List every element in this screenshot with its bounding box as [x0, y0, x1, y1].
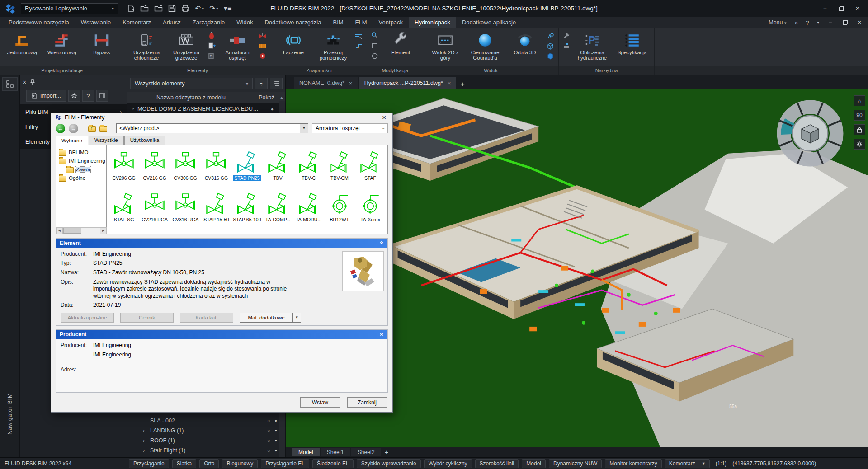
- collapse-ribbon-button[interactable]: [795, 19, 798, 27]
- restore-button[interactable]: [839, 6, 844, 11]
- navigator-rail-label[interactable]: Nawigator BIM: [7, 393, 13, 435]
- scrollbar-thumb[interactable]: [63, 228, 81, 234]
- status-toggle-button[interactable]: Wybór cykliczny: [424, 459, 472, 468]
- pin-icon[interactable]: [30, 79, 35, 85]
- wireframe-cube-button[interactable]: [546, 42, 555, 50]
- radiator-small-button[interactable]: [259, 42, 267, 50]
- element-filter-combo[interactable]: Wszystkie elementy ▾: [130, 78, 253, 89]
- import-file-button[interactable]: [154, 5, 163, 12]
- new-document-tab-button[interactable]: +: [457, 78, 468, 89]
- dialog-title-bar[interactable]: FLM - Elementy: [51, 113, 392, 122]
- insert-button[interactable]: Wstaw: [300, 397, 340, 408]
- additional-materials-button[interactable]: Mat. dodatkowe: [240, 313, 293, 323]
- model-tree-row[interactable]: › ROOF (1) ○ ●: [127, 436, 285, 446]
- back-button[interactable]: ←: [56, 124, 65, 133]
- tree-item-belimo[interactable]: BELIMO: [59, 148, 106, 156]
- orbit-3d-button[interactable]: Orbita 3D: [506, 31, 543, 55]
- product-item[interactable]: STAF: [355, 149, 386, 190]
- tree-horizontal-scrollbar[interactable]: ◄ ►: [56, 227, 107, 234]
- chevron-right-icon[interactable]: ›: [143, 437, 150, 444]
- status-toggle-button[interactable]: Szybkie wprowadzanie: [357, 459, 421, 468]
- status-toggle-button[interactable]: Śledzenie EL: [312, 459, 354, 468]
- sheet-tab[interactable]: Sheet1: [321, 448, 350, 456]
- product-item[interactable]: CV216 GG: [139, 149, 170, 190]
- product-item[interactable]: TBV-C: [293, 149, 324, 190]
- sheet-tab[interactable]: Sheet2: [351, 448, 381, 456]
- dialog-tab[interactable]: Wszystkie: [89, 136, 124, 145]
- product-item[interactable]: CV206 GG: [108, 149, 139, 190]
- ribbon-tab[interactable]: Widok: [231, 17, 259, 28]
- visibility-dot-icon[interactable]: ●: [275, 438, 277, 443]
- ribbon-tab[interactable]: Dodatkowe aplikacje: [456, 17, 522, 28]
- customize-toolbar-button[interactable]: ▾≡: [224, 4, 231, 13]
- product-item[interactable]: TA-MODU...: [293, 190, 324, 232]
- gouraud-shading-button[interactable]: Cieniowanie Gouraud'a: [467, 31, 504, 61]
- navigator-help-button[interactable]: ?: [82, 90, 94, 102]
- edit-node-button[interactable]: [371, 52, 379, 60]
- product-item[interactable]: STAP 15-50: [201, 190, 231, 232]
- product-item[interactable]: CV316 GG: [201, 149, 231, 190]
- visibility-dot-icon[interactable]: ●: [275, 418, 277, 423]
- status-toggle-button[interactable]: Siatka: [172, 459, 196, 468]
- list-settings-button[interactable]: [270, 78, 283, 89]
- combo-dropdown-icon[interactable]: ▼: [300, 124, 308, 133]
- status-toggle-button[interactable]: Orto: [199, 459, 219, 468]
- edit-network-button[interactable]: [371, 32, 379, 40]
- model-tree-row[interactable]: › LANDING (1) ○ ●: [127, 426, 285, 436]
- producer-group-header[interactable]: Producent: [56, 330, 387, 339]
- close-panel-icon[interactable]: [23, 79, 26, 86]
- close-document-button[interactable]: [856, 18, 863, 27]
- price-list-button[interactable]: Cennik: [120, 313, 174, 323]
- ribbon-tab[interactable]: FLM: [349, 17, 373, 28]
- collapse-section-icon[interactable]: [380, 330, 384, 338]
- product-item[interactable]: TA-COMP...: [263, 190, 293, 232]
- status-toggle-button[interactable]: Szerokość linii: [475, 459, 519, 468]
- bim-navigator-toggle-button[interactable]: [2, 77, 18, 91]
- product-item[interactable]: TBV-CM: [324, 149, 355, 190]
- product-item[interactable]: STAF-SG: [108, 190, 139, 232]
- connect-button[interactable]: Łączenie: [275, 31, 312, 55]
- ribbon-tab[interactable]: BIM: [327, 17, 349, 28]
- solid-cube-button[interactable]: [546, 52, 555, 60]
- device-info-button[interactable]: ?: [208, 52, 216, 60]
- open-folder-button[interactable]: [99, 126, 107, 132]
- catalog-card-button[interactable]: Karta kat.: [180, 313, 233, 323]
- tree-item-ogolne[interactable]: Ogólne: [59, 174, 106, 182]
- ribbon-tab[interactable]: Ventpack: [373, 17, 409, 28]
- category-combo[interactable]: Armatura i osprzęt ›: [312, 123, 388, 133]
- pump-small-button[interactable]: [259, 52, 267, 60]
- bypass-button[interactable]: Bypass: [83, 31, 120, 55]
- close-dialog-button[interactable]: Zamknij: [347, 397, 387, 408]
- product-item[interactable]: TA-Xurox: [355, 190, 386, 232]
- fittings-button[interactable]: Armatura i osprzęt: [219, 31, 256, 61]
- close-tab-icon[interactable]: [349, 80, 353, 87]
- dialog-tab[interactable]: Użytkownika: [124, 136, 165, 145]
- product-item[interactable]: BR12WT: [324, 190, 355, 232]
- scroll-right-icon[interactable]: ►: [100, 227, 107, 234]
- product-item[interactable]: STAD PN25: [231, 149, 262, 190]
- product-item[interactable]: STAP 65-100: [231, 190, 262, 232]
- sheet-tab[interactable]: Model: [292, 448, 320, 456]
- forward-button[interactable]: →: [69, 124, 78, 133]
- specification-button[interactable]: Specyfikacja: [613, 31, 651, 55]
- expansion-vessel-button[interactable]: [208, 32, 216, 40]
- element-edit-button[interactable]: Element: [382, 31, 419, 55]
- help-dropdown-icon[interactable]: ▾: [817, 20, 819, 25]
- hydraulic-calculations-button[interactable]: P Obliczenia hydrauliczne: [574, 31, 611, 61]
- ribbon-tab[interactable]: Komentarz: [117, 17, 157, 28]
- ribbon-tab[interactable]: Podstawowe narzędzia: [3, 17, 75, 28]
- redo-button[interactable]: ↷▾: [209, 4, 218, 13]
- visibility-dot-icon[interactable]: ●: [275, 428, 277, 433]
- product-item[interactable]: TBV: [263, 149, 293, 190]
- redo-dropdown-icon[interactable]: ▾: [216, 6, 218, 11]
- visibility-filter-button[interactable]: ◓: [255, 78, 268, 89]
- rotate-90-button[interactable]: 90: [854, 110, 865, 121]
- column-show[interactable]: Pokaż: [255, 94, 278, 101]
- status-toggle-button[interactable]: Dynamiczny NUW: [549, 459, 602, 468]
- scroll-left-icon[interactable]: ◄: [56, 227, 63, 234]
- close-button[interactable]: [854, 4, 861, 13]
- product-item[interactable]: CV306 GG: [170, 149, 201, 190]
- home-view-button[interactable]: [854, 95, 865, 106]
- help-button[interactable]: [806, 19, 809, 27]
- new-file-button[interactable]: [127, 5, 135, 12]
